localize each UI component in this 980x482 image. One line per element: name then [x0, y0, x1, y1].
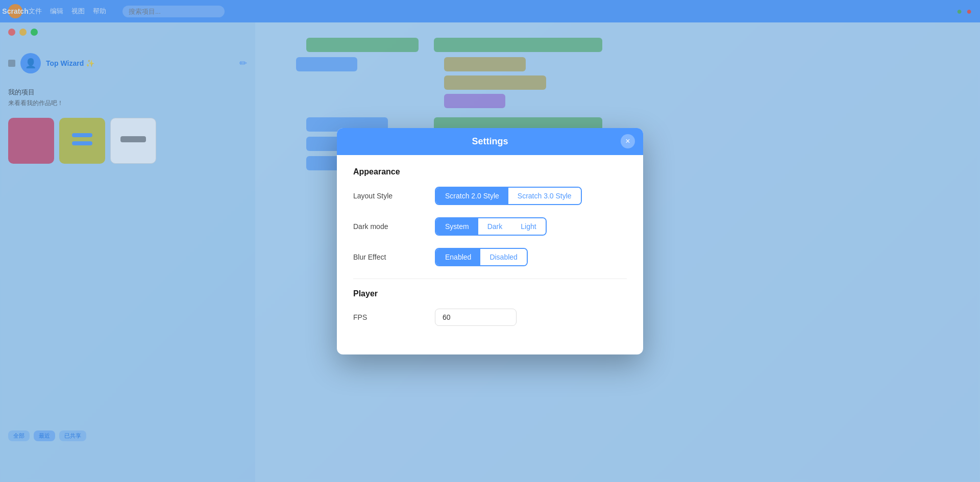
blur-effect-control: Enabled Disabled: [435, 248, 528, 266]
layout-scratch3-button[interactable]: Scratch 3.0 Style: [508, 188, 581, 204]
dark-mode-button-group: System Dark Light: [435, 217, 547, 236]
blur-disabled-button[interactable]: Disabled: [480, 249, 526, 265]
fps-control: [435, 309, 517, 326]
blur-effect-button-group: Enabled Disabled: [435, 248, 528, 266]
dialog-body: Appearance Layout Style Scratch 2.0 Styl…: [337, 155, 643, 354]
layout-style-label: Layout Style: [353, 192, 435, 200]
fps-label: FPS: [353, 313, 435, 321]
blur-enabled-button[interactable]: Enabled: [436, 249, 480, 265]
layout-style-button-group: Scratch 2.0 Style Scratch 3.0 Style: [435, 187, 582, 205]
player-section-title: Player: [353, 289, 627, 298]
layout-scratch2-button[interactable]: Scratch 2.0 Style: [436, 188, 508, 204]
dialog-title: Settings: [472, 136, 508, 147]
dark-mode-control: System Dark Light: [435, 217, 547, 236]
dark-mode-row: Dark mode System Dark Light: [353, 217, 627, 236]
blur-effect-row: Blur Effect Enabled Disabled: [353, 248, 627, 266]
dark-mode-dark-button[interactable]: Dark: [478, 218, 512, 235]
dark-mode-light-button[interactable]: Light: [511, 218, 545, 235]
close-icon: ×: [625, 137, 630, 146]
modal-overlay: Settings × Appearance Layout Style Scrat…: [0, 0, 980, 482]
fps-row: FPS: [353, 309, 627, 326]
dark-mode-system-button[interactable]: System: [436, 218, 478, 235]
dark-mode-label: Dark mode: [353, 222, 435, 231]
dialog-header: Settings ×: [337, 128, 643, 155]
appearance-section-title: Appearance: [353, 167, 627, 176]
section-separator: [353, 278, 627, 279]
settings-dialog: Settings × Appearance Layout Style Scrat…: [337, 128, 643, 354]
layout-style-row: Layout Style Scratch 2.0 Style Scratch 3…: [353, 187, 627, 205]
fps-input[interactable]: [435, 309, 517, 326]
dialog-close-button[interactable]: ×: [621, 134, 635, 148]
blur-effect-label: Blur Effect: [353, 253, 435, 261]
layout-style-control: Scratch 2.0 Style Scratch 3.0 Style: [435, 187, 582, 205]
